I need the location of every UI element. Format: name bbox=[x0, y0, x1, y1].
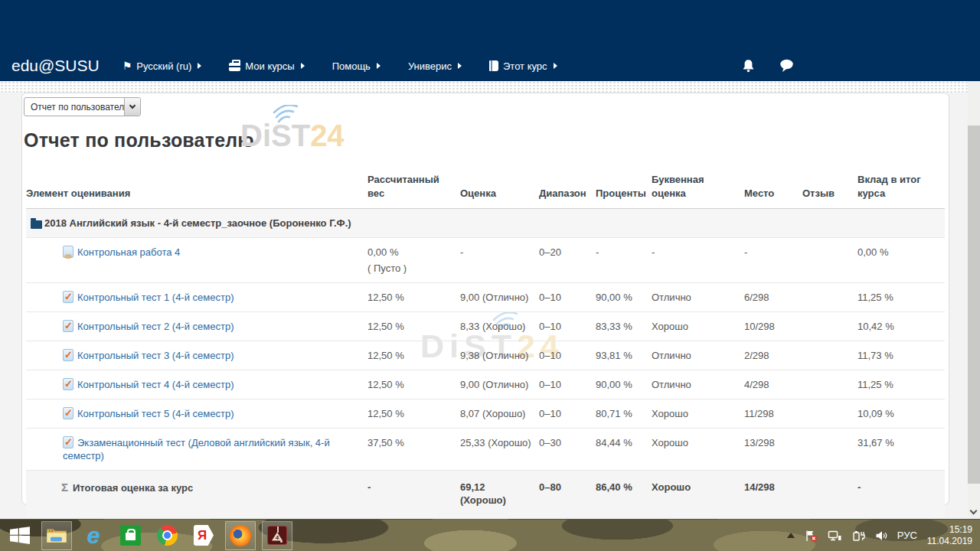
windows-logo-icon bbox=[10, 527, 30, 544]
nav-help[interactable]: Помощь bbox=[332, 60, 381, 72]
select-arrow-button[interactable] bbox=[124, 98, 140, 116]
col-weight: Рассчитанный вес bbox=[368, 164, 460, 209]
table-row: Контрольная работа 4 0,00 %( Пусто ) - 0… bbox=[26, 238, 945, 283]
messages-chat-icon[interactable] bbox=[779, 59, 794, 73]
folder-icon bbox=[31, 220, 42, 229]
col-percent: Проценты bbox=[596, 164, 652, 209]
file-explorer-button[interactable] bbox=[41, 521, 72, 550]
course-total-label: Итоговая оценка за курс bbox=[73, 482, 193, 494]
grade-item-link[interactable]: Контрольный тест 1 (4-й семестр) bbox=[77, 292, 234, 303]
nav-language[interactable]: ⚑ Русский (ru) bbox=[122, 60, 202, 72]
table-row: Контрольный тест 2 (4-й семестр) 12,50 %… bbox=[26, 312, 945, 341]
chevron-right-icon bbox=[377, 63, 381, 69]
firefox-icon bbox=[230, 525, 251, 546]
chrome-icon bbox=[157, 525, 178, 546]
file-explorer-icon bbox=[46, 527, 67, 544]
chevron-down-icon bbox=[129, 103, 136, 109]
col-range: Диапазон bbox=[539, 164, 596, 209]
assignment-icon bbox=[63, 246, 74, 258]
briefcase-icon bbox=[229, 63, 240, 71]
scrollbar-thumb[interactable] bbox=[968, 126, 980, 484]
col-contribution: Вклад в итог курса bbox=[858, 164, 945, 209]
windows-store-button[interactable] bbox=[115, 521, 145, 550]
chevron-right-icon bbox=[301, 63, 305, 69]
grade-item-link[interactable]: Экзаменационный тест (Деловой английский… bbox=[63, 437, 330, 461]
grades-table: Элемент оценивания Рассчитанный вес Оцен… bbox=[26, 164, 945, 517]
col-grade: Оценка bbox=[460, 164, 539, 209]
report-type-select[interactable]: Отчет по пользователю bbox=[24, 97, 141, 116]
yandex-browser-icon: Я bbox=[194, 525, 214, 546]
quiz-icon bbox=[63, 320, 74, 332]
brand-logo[interactable]: edu@SUSU bbox=[11, 57, 100, 75]
wifi-arcs-icon bbox=[266, 105, 303, 125]
category-row: 2018 Английский язык - 4-й семестр_заочн… bbox=[26, 209, 945, 238]
nav-my-courses-label: Мои курсы bbox=[245, 60, 294, 72]
grade-item-link[interactable]: Контрольный тест 4 (4-й семестр) bbox=[77, 379, 234, 390]
grade-item-link[interactable]: Контрольный тест 5 (4-й семестр) bbox=[77, 408, 234, 419]
windows-taskbar: e Я 4 bbox=[0, 519, 980, 551]
header-actions bbox=[742, 59, 794, 73]
nav-univeris[interactable]: Универис bbox=[408, 60, 462, 72]
notifications-bell-icon[interactable] bbox=[742, 59, 755, 73]
nav-help-label: Помощь bbox=[332, 60, 371, 72]
clock-date: 11.04.2019 bbox=[927, 536, 972, 547]
quiz-icon bbox=[63, 291, 74, 303]
table-row: Контрольный тест 5 (4-й семестр) 12,50 %… bbox=[26, 399, 945, 429]
grade-item-link[interactable]: Контрольный тест 2 (4-й семестр) bbox=[77, 321, 234, 332]
vertical-scrollbar[interactable] bbox=[968, 81, 980, 519]
package-app-icon: 4 bbox=[267, 526, 287, 545]
internet-explorer-button[interactable]: e bbox=[78, 521, 109, 550]
volume-speaker-icon[interactable] bbox=[875, 530, 887, 542]
nav-univeris-label: Универис bbox=[408, 60, 452, 72]
chevron-right-icon bbox=[198, 63, 201, 69]
book-icon bbox=[489, 60, 498, 71]
category-name: 2018 Английский язык - 4-й семестр_заочн… bbox=[44, 217, 351, 229]
quiz-icon bbox=[63, 349, 74, 361]
tray-expand-arrow-icon[interactable] bbox=[787, 533, 795, 538]
sigma-icon: Σ bbox=[61, 481, 68, 494]
page-title: Отчет по пользователю bbox=[24, 129, 949, 152]
content-card: Отчет по пользователю Отчет по пользоват… bbox=[21, 93, 949, 505]
firefox-button[interactable] bbox=[225, 521, 256, 550]
quiz-icon bbox=[63, 436, 74, 448]
quiz-icon bbox=[63, 378, 74, 390]
table-row: Контрольный тест 3 (4-й семестр) 12,50 %… bbox=[26, 341, 945, 370]
site-header: edu@SUSU ⚑ Русский (ru) Мои курсы Помощь… bbox=[0, 0, 980, 81]
grade-item-link[interactable]: Контрольный тест 3 (4-й семестр) bbox=[77, 350, 234, 361]
archive-app-button[interactable]: 4 bbox=[262, 521, 292, 550]
scrollbar-down-arrow-icon[interactable] bbox=[970, 507, 978, 515]
col-feedback: Отзыв bbox=[802, 164, 858, 209]
action-center-flag-icon[interactable] bbox=[805, 530, 818, 542]
table-row: Контрольный тест 1 (4-й семестр) 12,50 %… bbox=[26, 283, 945, 312]
report-type-value: Отчет по пользователю bbox=[31, 102, 131, 112]
nav-this-course-label: Этот курс bbox=[503, 60, 547, 72]
flag-icon: ⚑ bbox=[122, 60, 132, 71]
nav-language-label: Русский (ru) bbox=[136, 60, 191, 72]
col-grade-item: Элемент оценивания bbox=[26, 164, 368, 209]
yandex-browser-button[interactable]: Я bbox=[188, 521, 219, 550]
nav-this-course[interactable]: Этот курс bbox=[489, 60, 557, 72]
start-button[interactable] bbox=[5, 521, 35, 550]
chevron-right-icon bbox=[458, 63, 462, 69]
network-icon[interactable] bbox=[828, 530, 842, 542]
internet-explorer-icon: e bbox=[87, 524, 100, 547]
col-letter: Буквенная оценка bbox=[652, 164, 744, 209]
clock-time: 15:19 bbox=[927, 524, 972, 536]
grade-item-link[interactable]: Контрольная работа 4 bbox=[77, 246, 180, 258]
nav-my-courses[interactable]: Мои курсы bbox=[229, 60, 304, 72]
system-tray: РУС 15:19 11.04.2019 bbox=[787, 524, 980, 547]
table-header-row: Элемент оценивания Рассчитанный вес Оцен… bbox=[26, 164, 945, 209]
chrome-button[interactable] bbox=[152, 521, 182, 550]
col-rank: Место bbox=[744, 164, 802, 209]
course-total-row: ΣИтоговая оценка за курс - 69,12 (Хорошо… bbox=[26, 471, 945, 518]
quiz-icon bbox=[63, 407, 74, 419]
language-indicator[interactable]: РУС bbox=[897, 530, 917, 541]
table-row: Экзаменационный тест (Деловой английский… bbox=[26, 429, 945, 471]
page-top-texture bbox=[0, 81, 968, 93]
navbar: edu@SUSU ⚑ Русский (ru) Мои курсы Помощь… bbox=[0, 51, 980, 81]
chevron-right-icon bbox=[554, 63, 557, 69]
table-row: Контрольный тест 4 (4-й семестр) 12,50 %… bbox=[26, 370, 945, 399]
power-battery-icon[interactable] bbox=[852, 530, 865, 542]
clock[interactable]: 15:19 11.04.2019 bbox=[927, 524, 972, 547]
windows-store-icon bbox=[120, 525, 141, 546]
